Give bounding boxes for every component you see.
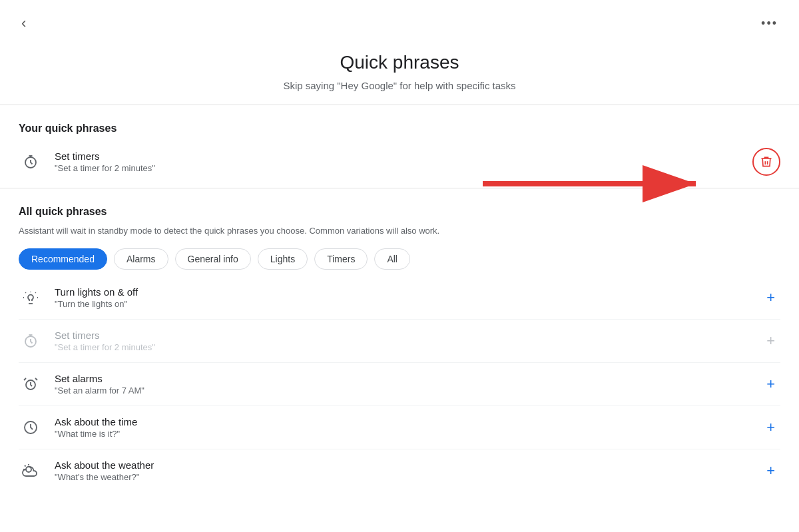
- item-text-lights: Turn lights on & off "Turn the lights on…: [55, 286, 138, 309]
- page-header: Quick phrases Skip saying "Hey Google" f…: [0, 41, 799, 99]
- all-quick-phrases-title: All quick phrases: [19, 194, 780, 224]
- list-item: Ask about the time "What time is it?" +: [19, 406, 780, 449]
- item-title: Set timers: [55, 330, 155, 341]
- all-quick-phrases-section: All quick phrases Assistant will wait in…: [0, 194, 799, 492]
- more-button[interactable]: •••: [756, 14, 783, 33]
- bulb-icon: [19, 286, 43, 310]
- trash-icon: [760, 155, 773, 168]
- chip-recommended[interactable]: Recommended: [19, 248, 107, 270]
- item-text-timers: Set timers "Set a timer for 2 minutes": [55, 330, 155, 352]
- item-subtitle: "Turn the lights on": [55, 299, 138, 309]
- delete-button[interactable]: [752, 148, 780, 176]
- item-subtitle: "What time is it?": [55, 429, 137, 439]
- section-divider: [0, 188, 799, 188]
- page-title: Quick phrases: [0, 52, 799, 73]
- add-button[interactable]: +: [761, 373, 780, 396]
- item-title: Ask about the time: [55, 416, 137, 427]
- item-text-weather: Ask about the weather "What's the weathe…: [55, 459, 154, 482]
- alarm-icon: [19, 372, 43, 396]
- clock-icon: [19, 415, 43, 439]
- chip-timers[interactable]: Timers: [314, 248, 368, 270]
- page-subtitle: Skip saying "Hey Google" for help with s…: [0, 80, 799, 91]
- add-button[interactable]: +: [761, 286, 780, 309]
- top-bar: ‹ •••: [0, 0, 799, 41]
- list-item: Set alarms "Set an alarm for 7 AM" +: [19, 363, 780, 406]
- add-button[interactable]: +: [761, 330, 780, 352]
- chip-general-info[interactable]: General info: [175, 248, 251, 270]
- item-text-time: Ask about the time "What time is it?": [55, 416, 137, 439]
- list-item: Ask about the weather "What's the weathe…: [19, 449, 780, 492]
- svg-point-6: [26, 467, 31, 472]
- your-phrase-row: Set timers "Set a timer for 2 minutes": [19, 141, 780, 182]
- list-item: Set timers "Set a timer for 2 minutes" +: [19, 320, 780, 363]
- chip-alarms[interactable]: Alarms: [114, 248, 168, 270]
- item-title: Set alarms: [55, 373, 144, 384]
- back-button[interactable]: ‹: [16, 12, 31, 35]
- list-item: Turn lights on & off "Turn the lights on…: [19, 276, 780, 320]
- your-phrase-subtitle: "Set a timer for 2 minutes": [55, 163, 155, 173]
- filter-chips: Recommended Alarms General info Lights T…: [19, 248, 780, 270]
- delete-area: [752, 148, 780, 176]
- weather-icon: [19, 459, 43, 483]
- chip-lights[interactable]: Lights: [258, 248, 308, 270]
- your-phrase-title: Set timers: [55, 150, 155, 162]
- timer-icon: [19, 150, 43, 174]
- add-button[interactable]: +: [761, 459, 780, 482]
- your-phrase-text: Set timers "Set a timer for 2 minutes": [55, 150, 155, 173]
- your-quick-phrases-section: Your quick phrases Set timers "Set a tim…: [0, 111, 799, 182]
- your-quick-phrases-title: Your quick phrases: [19, 111, 780, 141]
- timer-icon: [19, 329, 43, 353]
- item-title: Turn lights on & off: [55, 286, 138, 298]
- item-title: Ask about the weather: [55, 459, 154, 471]
- header-divider: [0, 105, 799, 105]
- item-subtitle: "What's the weather?": [55, 472, 154, 482]
- chip-all[interactable]: All: [374, 248, 410, 270]
- item-text-alarms: Set alarms "Set an alarm for 7 AM": [55, 373, 144, 396]
- item-subtitle: "Set an alarm for 7 AM": [55, 386, 144, 396]
- add-button[interactable]: +: [761, 416, 780, 439]
- all-quick-phrases-description: Assistant will wait in standby mode to d…: [19, 224, 780, 238]
- item-subtitle: "Set a timer for 2 minutes": [55, 342, 155, 352]
